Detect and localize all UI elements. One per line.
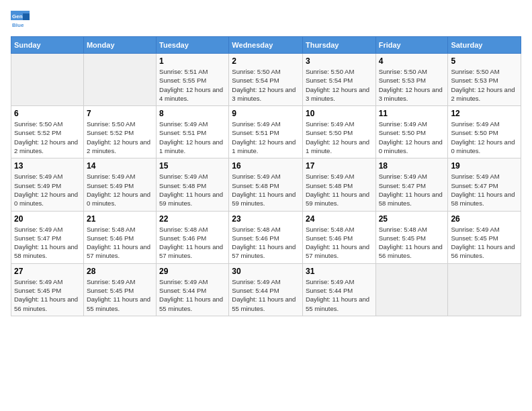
day-info: Sunrise: 5:49 AMSunset: 5:44 PMDaylight:…	[232, 277, 300, 313]
logo: Gen Blue	[11, 11, 32, 30]
week-row-5: 27Sunrise: 5:49 AMSunset: 5:45 PMDayligh…	[11, 263, 521, 316]
day-number: 24	[306, 214, 373, 224]
day-info: Sunrise: 5:50 AMSunset: 5:53 PMDaylight:…	[451, 67, 518, 103]
weekday-header-friday: Friday	[375, 37, 448, 54]
day-number: 7	[87, 109, 153, 118]
day-info: Sunrise: 5:49 AMSunset: 5:45 PMDaylight:…	[14, 277, 81, 313]
day-number: 30	[232, 267, 300, 276]
day-number: 10	[306, 109, 373, 118]
day-cell: 14Sunrise: 5:49 AMSunset: 5:49 PMDayligh…	[83, 158, 156, 211]
day-info: Sunrise: 5:48 AMSunset: 5:46 PMDaylight:…	[159, 225, 226, 261]
day-number: 29	[159, 267, 226, 276]
day-number: 28	[87, 267, 153, 276]
day-cell: 4Sunrise: 5:50 AMSunset: 5:53 PMDaylight…	[375, 54, 448, 106]
logo-icon: Gen Blue	[11, 11, 30, 30]
weekday-header-sunday: Sunday	[11, 37, 84, 54]
weekday-header-tuesday: Tuesday	[157, 37, 229, 54]
day-cell: 11Sunrise: 5:49 AMSunset: 5:50 PMDayligh…	[375, 106, 448, 158]
day-info: Sunrise: 5:49 AMSunset: 5:50 PMDaylight:…	[306, 120, 373, 155]
day-number: 6	[14, 109, 81, 118]
day-info: Sunrise: 5:49 AMSunset: 5:44 PMDaylight:…	[159, 277, 226, 313]
day-info: Sunrise: 5:50 AMSunset: 5:54 PMDaylight:…	[306, 67, 373, 103]
day-cell: 6Sunrise: 5:50 AMSunset: 5:52 PMDaylight…	[11, 106, 84, 158]
day-number: 16	[232, 161, 300, 171]
day-cell: 30Sunrise: 5:49 AMSunset: 5:44 PMDayligh…	[229, 263, 303, 316]
day-info: Sunrise: 5:50 AMSunset: 5:54 PMDaylight:…	[232, 67, 300, 103]
weekday-header-saturday: Saturday	[448, 37, 521, 54]
week-row-1: 1Sunrise: 5:51 AMSunset: 5:55 PMDaylight…	[11, 54, 521, 106]
day-info: Sunrise: 5:50 AMSunset: 5:52 PMDaylight:…	[14, 120, 81, 155]
day-number: 4	[379, 56, 445, 66]
day-number: 12	[451, 109, 518, 118]
day-cell: 17Sunrise: 5:49 AMSunset: 5:48 PMDayligh…	[302, 158, 375, 211]
day-number: 2	[232, 56, 300, 66]
day-cell: 31Sunrise: 5:49 AMSunset: 5:44 PMDayligh…	[302, 263, 375, 316]
day-info: Sunrise: 5:49 AMSunset: 5:45 PMDaylight:…	[451, 225, 518, 261]
day-cell: 19Sunrise: 5:49 AMSunset: 5:47 PMDayligh…	[448, 158, 521, 211]
day-info: Sunrise: 5:48 AMSunset: 5:46 PMDaylight:…	[306, 225, 373, 261]
day-cell: 1Sunrise: 5:51 AMSunset: 5:55 PMDaylight…	[157, 54, 229, 106]
day-info: Sunrise: 5:49 AMSunset: 5:44 PMDaylight:…	[306, 277, 373, 313]
day-info: Sunrise: 5:48 AMSunset: 5:46 PMDaylight:…	[232, 225, 300, 261]
day-info: Sunrise: 5:49 AMSunset: 5:51 PMDaylight:…	[159, 120, 226, 155]
day-cell: 15Sunrise: 5:49 AMSunset: 5:48 PMDayligh…	[157, 158, 229, 211]
day-info: Sunrise: 5:50 AMSunset: 5:52 PMDaylight:…	[87, 120, 153, 155]
day-cell: 25Sunrise: 5:48 AMSunset: 5:45 PMDayligh…	[375, 211, 448, 263]
day-number: 27	[14, 267, 81, 276]
day-cell: 5Sunrise: 5:50 AMSunset: 5:53 PMDaylight…	[448, 54, 521, 106]
day-info: Sunrise: 5:49 AMSunset: 5:48 PMDaylight:…	[159, 172, 226, 208]
day-info: Sunrise: 5:49 AMSunset: 5:48 PMDaylight:…	[306, 172, 373, 208]
day-number: 18	[379, 161, 445, 171]
day-cell: 28Sunrise: 5:49 AMSunset: 5:45 PMDayligh…	[83, 263, 156, 316]
day-info: Sunrise: 5:48 AMSunset: 5:46 PMDaylight:…	[87, 225, 153, 261]
day-number: 22	[159, 214, 226, 224]
day-cell: 8Sunrise: 5:49 AMSunset: 5:51 PMDaylight…	[157, 106, 229, 158]
day-number: 19	[451, 161, 518, 171]
day-cell: 21Sunrise: 5:48 AMSunset: 5:46 PMDayligh…	[83, 211, 156, 263]
day-info: Sunrise: 5:49 AMSunset: 5:45 PMDaylight:…	[87, 277, 153, 313]
day-number: 14	[87, 161, 153, 171]
day-number: 17	[306, 161, 373, 171]
day-number: 23	[232, 214, 300, 224]
day-info: Sunrise: 5:49 AMSunset: 5:50 PMDaylight:…	[451, 120, 518, 155]
day-cell: 20Sunrise: 5:49 AMSunset: 5:47 PMDayligh…	[11, 211, 84, 263]
day-info: Sunrise: 5:49 AMSunset: 5:51 PMDaylight:…	[232, 120, 300, 155]
day-cell: 29Sunrise: 5:49 AMSunset: 5:44 PMDayligh…	[157, 263, 229, 316]
day-number: 25	[379, 214, 445, 224]
day-cell: 16Sunrise: 5:49 AMSunset: 5:48 PMDayligh…	[229, 158, 303, 211]
day-info: Sunrise: 5:48 AMSunset: 5:45 PMDaylight:…	[379, 225, 445, 261]
day-number: 20	[14, 214, 81, 224]
week-row-4: 20Sunrise: 5:49 AMSunset: 5:47 PMDayligh…	[11, 211, 521, 263]
day-info: Sunrise: 5:49 AMSunset: 5:50 PMDaylight:…	[379, 120, 445, 155]
day-cell	[83, 54, 156, 106]
day-number: 1	[159, 56, 226, 66]
weekday-header-monday: Monday	[83, 37, 156, 54]
svg-text:Blue: Blue	[12, 22, 24, 28]
day-number: 8	[159, 109, 226, 118]
day-number: 26	[451, 214, 518, 224]
day-cell: 18Sunrise: 5:49 AMSunset: 5:47 PMDayligh…	[375, 158, 448, 211]
day-info: Sunrise: 5:50 AMSunset: 5:53 PMDaylight:…	[379, 67, 445, 103]
svg-marker-2	[23, 13, 30, 20]
day-cell: 12Sunrise: 5:49 AMSunset: 5:50 PMDayligh…	[448, 106, 521, 158]
day-number: 13	[14, 161, 81, 171]
weekday-header-wednesday: Wednesday	[229, 37, 303, 54]
day-cell: 7Sunrise: 5:50 AMSunset: 5:52 PMDaylight…	[83, 106, 156, 158]
day-info: Sunrise: 5:49 AMSunset: 5:47 PMDaylight:…	[14, 225, 81, 261]
day-cell: 23Sunrise: 5:48 AMSunset: 5:46 PMDayligh…	[229, 211, 303, 263]
day-cell: 13Sunrise: 5:49 AMSunset: 5:49 PMDayligh…	[11, 158, 84, 211]
day-number: 11	[379, 109, 445, 118]
day-number: 5	[451, 56, 518, 66]
day-cell: 22Sunrise: 5:48 AMSunset: 5:46 PMDayligh…	[157, 211, 229, 263]
day-number: 31	[306, 267, 373, 276]
day-info: Sunrise: 5:49 AMSunset: 5:47 PMDaylight:…	[451, 172, 518, 208]
day-cell: 24Sunrise: 5:48 AMSunset: 5:46 PMDayligh…	[302, 211, 375, 263]
day-cell	[375, 263, 448, 316]
weekday-header-thursday: Thursday	[302, 37, 375, 54]
day-number: 15	[159, 161, 226, 171]
day-cell	[11, 54, 84, 106]
day-cell: 27Sunrise: 5:49 AMSunset: 5:45 PMDayligh…	[11, 263, 84, 316]
day-info: Sunrise: 5:49 AMSunset: 5:48 PMDaylight:…	[232, 172, 300, 208]
header: Gen Blue	[11, 11, 521, 30]
day-cell: 26Sunrise: 5:49 AMSunset: 5:45 PMDayligh…	[448, 211, 521, 263]
